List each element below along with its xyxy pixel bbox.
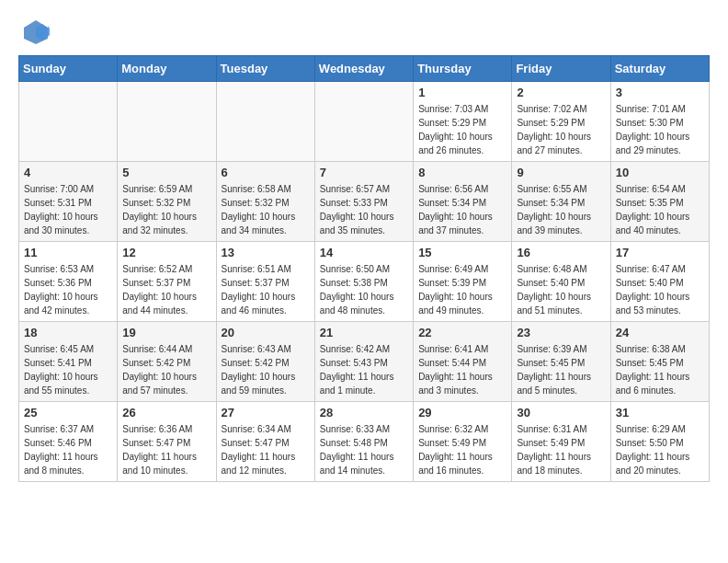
day-number: 18 bbox=[24, 326, 112, 339]
day-info: Sunrise: 6:43 AMSunset: 5:42 PMDaylight:… bbox=[222, 342, 310, 397]
calendar-cell bbox=[216, 82, 314, 162]
day-number: 26 bbox=[122, 406, 210, 419]
day-info: Sunrise: 6:48 AMSunset: 5:40 PMDaylight:… bbox=[517, 262, 605, 317]
calendar-cell: 27Sunrise: 6:34 AMSunset: 5:47 PMDayligh… bbox=[216, 402, 314, 482]
day-info: Sunrise: 6:44 AMSunset: 5:42 PMDaylight:… bbox=[122, 342, 210, 397]
day-number: 6 bbox=[222, 166, 310, 179]
day-info: Sunrise: 7:00 AMSunset: 5:31 PMDaylight:… bbox=[24, 182, 112, 237]
day-number: 14 bbox=[320, 246, 408, 259]
calendar-cell: 31Sunrise: 6:29 AMSunset: 5:50 PMDayligh… bbox=[610, 402, 709, 482]
day-info: Sunrise: 6:41 AMSunset: 5:44 PMDaylight:… bbox=[418, 342, 506, 397]
day-number: 4 bbox=[24, 166, 112, 179]
calendar-cell: 18Sunrise: 6:45 AMSunset: 5:41 PMDayligh… bbox=[19, 322, 118, 402]
day-info: Sunrise: 6:39 AMSunset: 5:45 PMDaylight:… bbox=[517, 342, 605, 397]
calendar-cell: 28Sunrise: 6:33 AMSunset: 5:48 PMDayligh… bbox=[314, 402, 413, 482]
weekday-header-friday: Friday bbox=[512, 56, 610, 82]
day-number: 19 bbox=[122, 326, 210, 339]
calendar-cell: 25Sunrise: 6:37 AMSunset: 5:46 PMDayligh… bbox=[19, 402, 118, 482]
calendar-cell: 5Sunrise: 6:59 AMSunset: 5:32 PMDaylight… bbox=[118, 162, 216, 242]
calendar-week-2: 11Sunrise: 6:53 AMSunset: 5:36 PMDayligh… bbox=[19, 242, 710, 322]
calendar-week-4: 25Sunrise: 6:37 AMSunset: 5:46 PMDayligh… bbox=[19, 402, 710, 482]
calendar-cell: 12Sunrise: 6:52 AMSunset: 5:37 PMDayligh… bbox=[118, 242, 216, 322]
calendar-cell: 7Sunrise: 6:57 AMSunset: 5:33 PMDaylight… bbox=[314, 162, 413, 242]
calendar-cell: 2Sunrise: 7:02 AMSunset: 5:29 PMDaylight… bbox=[512, 82, 610, 162]
calendar-cell: 13Sunrise: 6:51 AMSunset: 5:37 PMDayligh… bbox=[216, 242, 314, 322]
day-info: Sunrise: 6:31 AMSunset: 5:49 PMDaylight:… bbox=[517, 422, 605, 477]
calendar-cell: 17Sunrise: 6:47 AMSunset: 5:40 PMDayligh… bbox=[610, 242, 709, 322]
day-info: Sunrise: 6:58 AMSunset: 5:32 PMDaylight:… bbox=[222, 182, 310, 237]
calendar-cell: 29Sunrise: 6:32 AMSunset: 5:49 PMDayligh… bbox=[414, 402, 512, 482]
day-info: Sunrise: 6:56 AMSunset: 5:34 PMDaylight:… bbox=[418, 182, 506, 237]
day-number: 7 bbox=[320, 166, 408, 179]
weekday-header-tuesday: Tuesday bbox=[216, 56, 314, 82]
day-info: Sunrise: 6:42 AMSunset: 5:43 PMDaylight:… bbox=[320, 342, 408, 397]
calendar-week-0: 1Sunrise: 7:03 AMSunset: 5:29 PMDaylight… bbox=[19, 82, 710, 162]
calendar-cell: 14Sunrise: 6:50 AMSunset: 5:38 PMDayligh… bbox=[314, 242, 413, 322]
calendar-cell bbox=[19, 82, 118, 162]
calendar-cell: 6Sunrise: 6:58 AMSunset: 5:32 PMDaylight… bbox=[216, 162, 314, 242]
day-info: Sunrise: 6:45 AMSunset: 5:41 PMDaylight:… bbox=[24, 342, 112, 397]
calendar-cell: 8Sunrise: 6:56 AMSunset: 5:34 PMDaylight… bbox=[414, 162, 512, 242]
day-info: Sunrise: 7:01 AMSunset: 5:30 PMDaylight:… bbox=[616, 102, 704, 157]
calendar-cell bbox=[314, 82, 413, 162]
day-info: Sunrise: 6:51 AMSunset: 5:37 PMDaylight:… bbox=[222, 262, 310, 317]
day-info: Sunrise: 6:36 AMSunset: 5:47 PMDaylight:… bbox=[122, 422, 210, 477]
day-number: 13 bbox=[222, 246, 310, 259]
day-number: 5 bbox=[122, 166, 210, 179]
calendar-cell: 23Sunrise: 6:39 AMSunset: 5:45 PMDayligh… bbox=[512, 322, 610, 402]
calendar-cell: 15Sunrise: 6:49 AMSunset: 5:39 PMDayligh… bbox=[414, 242, 512, 322]
day-info: Sunrise: 6:34 AMSunset: 5:47 PMDaylight:… bbox=[222, 422, 310, 477]
day-info: Sunrise: 6:49 AMSunset: 5:39 PMDaylight:… bbox=[418, 262, 506, 317]
day-number: 31 bbox=[616, 406, 704, 419]
calendar-cell: 10Sunrise: 6:54 AMSunset: 5:35 PMDayligh… bbox=[610, 162, 709, 242]
header bbox=[18, 18, 710, 46]
weekday-header-monday: Monday bbox=[118, 56, 216, 82]
weekday-header-wednesday: Wednesday bbox=[314, 56, 413, 82]
weekday-header-sunday: Sunday bbox=[19, 56, 118, 82]
weekday-header-saturday: Saturday bbox=[610, 56, 709, 82]
day-info: Sunrise: 6:52 AMSunset: 5:37 PMDaylight:… bbox=[122, 262, 210, 317]
calendar-cell bbox=[118, 82, 216, 162]
calendar-table: SundayMondayTuesdayWednesdayThursdayFrid… bbox=[18, 55, 710, 482]
day-number: 25 bbox=[24, 406, 112, 419]
day-info: Sunrise: 7:03 AMSunset: 5:29 PMDaylight:… bbox=[418, 102, 506, 157]
day-number: 21 bbox=[320, 326, 408, 339]
day-number: 15 bbox=[418, 246, 506, 259]
calendar-cell: 3Sunrise: 7:01 AMSunset: 5:30 PMDaylight… bbox=[610, 82, 709, 162]
calendar-cell: 26Sunrise: 6:36 AMSunset: 5:47 PMDayligh… bbox=[118, 402, 216, 482]
logo-icon bbox=[22, 18, 50, 46]
weekday-header-thursday: Thursday bbox=[414, 56, 512, 82]
calendar-week-3: 18Sunrise: 6:45 AMSunset: 5:41 PMDayligh… bbox=[19, 322, 710, 402]
calendar-cell: 19Sunrise: 6:44 AMSunset: 5:42 PMDayligh… bbox=[118, 322, 216, 402]
day-number: 9 bbox=[517, 166, 605, 179]
logo bbox=[18, 18, 50, 46]
calendar-cell: 16Sunrise: 6:48 AMSunset: 5:40 PMDayligh… bbox=[512, 242, 610, 322]
day-info: Sunrise: 6:54 AMSunset: 5:35 PMDaylight:… bbox=[616, 182, 704, 237]
day-info: Sunrise: 6:53 AMSunset: 5:36 PMDaylight:… bbox=[24, 262, 112, 317]
day-info: Sunrise: 6:32 AMSunset: 5:49 PMDaylight:… bbox=[418, 422, 506, 477]
calendar-cell: 30Sunrise: 6:31 AMSunset: 5:49 PMDayligh… bbox=[512, 402, 610, 482]
day-number: 30 bbox=[517, 406, 605, 419]
day-number: 20 bbox=[222, 326, 310, 339]
day-info: Sunrise: 6:38 AMSunset: 5:45 PMDaylight:… bbox=[616, 342, 704, 397]
day-info: Sunrise: 6:55 AMSunset: 5:34 PMDaylight:… bbox=[517, 182, 605, 237]
calendar-cell: 20Sunrise: 6:43 AMSunset: 5:42 PMDayligh… bbox=[216, 322, 314, 402]
day-info: Sunrise: 6:37 AMSunset: 5:46 PMDaylight:… bbox=[24, 422, 112, 477]
day-number: 16 bbox=[517, 246, 605, 259]
day-info: Sunrise: 6:59 AMSunset: 5:32 PMDaylight:… bbox=[122, 182, 210, 237]
day-info: Sunrise: 6:50 AMSunset: 5:38 PMDaylight:… bbox=[320, 262, 408, 317]
day-number: 11 bbox=[24, 246, 112, 259]
day-number: 23 bbox=[517, 326, 605, 339]
day-number: 27 bbox=[222, 406, 310, 419]
day-number: 22 bbox=[418, 326, 506, 339]
day-number: 3 bbox=[616, 86, 704, 99]
calendar-week-1: 4Sunrise: 7:00 AMSunset: 5:31 PMDaylight… bbox=[19, 162, 710, 242]
calendar-cell: 22Sunrise: 6:41 AMSunset: 5:44 PMDayligh… bbox=[414, 322, 512, 402]
calendar-cell: 24Sunrise: 6:38 AMSunset: 5:45 PMDayligh… bbox=[610, 322, 709, 402]
day-number: 1 bbox=[418, 86, 506, 99]
day-number: 28 bbox=[320, 406, 408, 419]
calendar-cell: 1Sunrise: 7:03 AMSunset: 5:29 PMDaylight… bbox=[414, 82, 512, 162]
day-info: Sunrise: 6:33 AMSunset: 5:48 PMDaylight:… bbox=[320, 422, 408, 477]
day-info: Sunrise: 7:02 AMSunset: 5:29 PMDaylight:… bbox=[517, 102, 605, 157]
day-number: 12 bbox=[122, 246, 210, 259]
